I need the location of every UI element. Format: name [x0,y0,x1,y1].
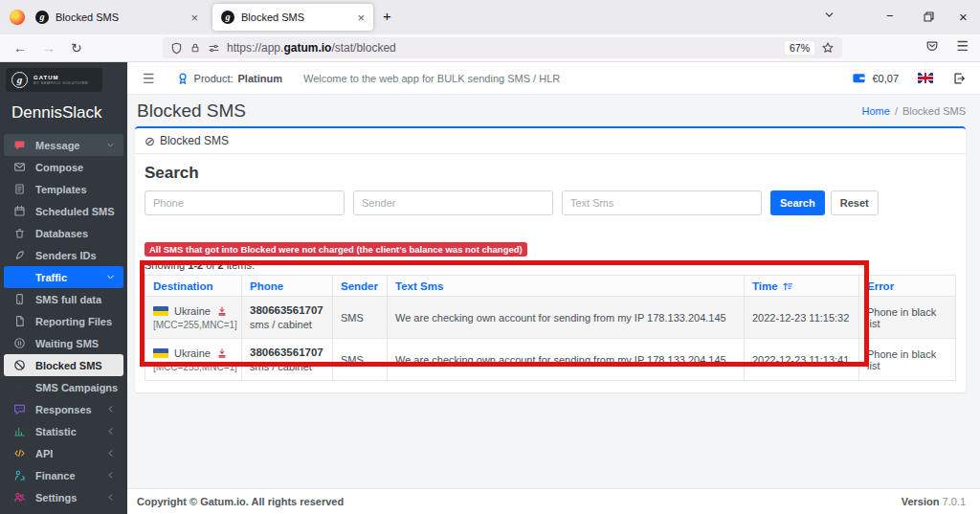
sidebar-item-statistic[interactable]: Statistic [4,420,123,442]
chevron-left-icon [105,448,116,458]
table-header-row: DestinationPhoneSenderText SmsTimeError [145,276,956,297]
pocket-icon[interactable] [925,39,939,53]
sidebar-item-label: Message [35,140,97,151]
destination-country: Ukraine [174,305,211,317]
sidebar-item-label: API [35,448,97,459]
tab-title: Blocked SMS [241,11,350,23]
text-sms-search-input[interactable] [562,190,762,215]
column-header-error[interactable]: Error [859,276,956,297]
search-button[interactable]: Search [770,190,825,215]
sidebar-item-traffic[interactable]: Traffic [4,266,123,288]
lock-icon[interactable] [189,42,201,54]
window-close-button[interactable]: × [959,9,968,25]
tab-title: Blocked SMS [56,11,184,23]
balance[interactable]: €0,07 [852,71,899,85]
firefox-icon[interactable] [10,10,25,25]
gatum-logo[interactable]: g GATUM BY SEMPICO SOLUTIONS [6,68,102,92]
calendar-icon [13,205,27,217]
results-summary: Showing 1-2 of 2 items. [145,259,956,271]
column-header-destination[interactable]: Destination [145,276,242,297]
browser-tab-2-active[interactable]: g Blocked SMS × [212,4,373,31]
breadcrumb-home-link[interactable]: Home [862,105,890,117]
url-bar[interactable]: https://app.gatum.io/stat/blocked 67% [163,37,842,58]
new-tab-button[interactable]: + [383,8,391,24]
url-text[interactable]: https://app.gatum.io/stat/blocked [227,41,396,55]
logout-icon[interactable] [952,72,966,85]
cell-sender: SMS [333,339,388,381]
download-icon[interactable] [216,305,228,317]
sidebar-item-senders-ids[interactable]: Senders IDs [4,244,123,266]
cell-text-sms: We are checking own account for sending … [388,339,745,381]
permissions-icon[interactable] [208,42,220,55]
feather-icon [13,249,27,261]
search-section-title: Search [145,164,956,183]
web-app: g GATUM BY SEMPICO SOLUTIONS DennisSlack… [0,62,980,514]
search-form: Search Reset [145,190,956,215]
download-icon[interactable] [216,347,228,359]
product-value: Platinum [238,73,282,84]
sidebar-item-templates[interactable]: Templates [4,178,123,200]
back-icon[interactable]: ← [13,40,27,56]
not-charged-notice: All SMS that got into Blocked were not c… [145,242,527,257]
logo-subtitle: BY SEMPICO SOLUTIONS [33,80,88,85]
app-menu-icon[interactable]: ☰ [956,38,969,54]
sidebar-item-api[interactable]: API [4,442,123,464]
blocked-icon [13,359,27,371]
cell-destination: Ukraine[MCC=255,MNC=1] [145,297,242,339]
column-header-phone[interactable]: Phone [242,276,333,297]
reset-button[interactable]: Reset [831,190,879,215]
reload-icon[interactable]: ↻ [71,40,82,56]
balance-amount: €0,07 [872,73,899,84]
sidebar-item-label: Finance [35,470,97,481]
window-minimize-button[interactable]: − [886,9,894,23]
sidebar-item-reporting-files[interactable]: Reporting Files [4,310,123,332]
sidebar-item-settings[interactable]: Settings [4,486,123,508]
sidebar-item-sms-full-data[interactable]: SMS full data [4,288,123,310]
toolbar-right-icons: ☰ [925,38,969,54]
sidebar-item-blocked-sms[interactable]: Blocked SMS [4,354,123,376]
sidebar-item-finance[interactable]: Finance [4,464,123,486]
chevron-left-icon [105,470,116,480]
zoom-level-badge[interactable]: 67% [785,41,814,55]
column-header-sender[interactable]: Sender [333,276,388,297]
forward-icon[interactable]: → [42,40,56,56]
blocked-sms-table: DestinationPhoneSenderText SmsTimeError … [145,275,956,381]
database-icon [13,227,27,239]
sidebar-item-scheduled-sms[interactable]: Scheduled SMS [4,200,123,222]
destination-mcc: [MCC=255,MNC=1] [153,320,234,330]
tab-close-icon[interactable]: × [357,11,365,25]
blocked-icon: ⊘ [145,135,155,147]
window-restore-button[interactable] [923,11,935,23]
column-header-time[interactable]: Time [745,276,859,297]
table-body: Ukraine[MCC=255,MNC=1]380663561707sms / … [145,297,956,381]
shield-icon[interactable] [170,42,183,55]
sidebar-item-responses[interactable]: Responses [4,398,123,420]
sidebar-item-label: Responses [35,404,97,415]
username: DennisSlack [0,92,127,134]
browser-titlebar: g Blocked SMS × g Blocked SMS × + − × [0,0,980,34]
tab-close-icon[interactable]: × [190,11,198,25]
browser-toolbar: ← → ↻ https://app.gatum.io/stat/blocked … [0,34,980,62]
megaphone-icon [13,381,27,393]
chat-icon [13,139,27,151]
sidebar-item-label: Compose [35,162,116,173]
sidebar-item-databases[interactable]: Databases [4,222,123,244]
sidebar-toggle-icon[interactable]: ☰ [143,71,155,86]
product-label: Product: [194,73,234,84]
language-flag-icon[interactable] [918,73,933,83]
sidebar-item-message[interactable]: Message [4,134,123,156]
bookmark-star-icon[interactable] [821,41,835,55]
chart-icon [13,425,27,437]
sidebar-item-sms-campaigns[interactable]: SMS Campaigns [4,376,123,398]
welcome-text: Welcome to the web app for BULK sending … [303,73,560,84]
sender-search-input[interactable] [353,190,553,215]
browser-tab-1[interactable]: g Blocked SMS × [27,4,207,31]
phone-search-input[interactable] [145,190,345,215]
list-tabs-chevron-icon[interactable] [823,9,835,21]
app-topbar: ☰ Product: Platinum Welcome to the web a… [127,62,980,95]
breadcrumb: Home / Blocked SMS [862,105,966,117]
sidebar-item-waiting-sms[interactable]: Waiting SMS [4,332,123,354]
sidebar-item-compose[interactable]: Compose [4,156,123,178]
chevron-left-icon [105,492,116,503]
column-header-text-sms[interactable]: Text Sms [388,276,745,297]
